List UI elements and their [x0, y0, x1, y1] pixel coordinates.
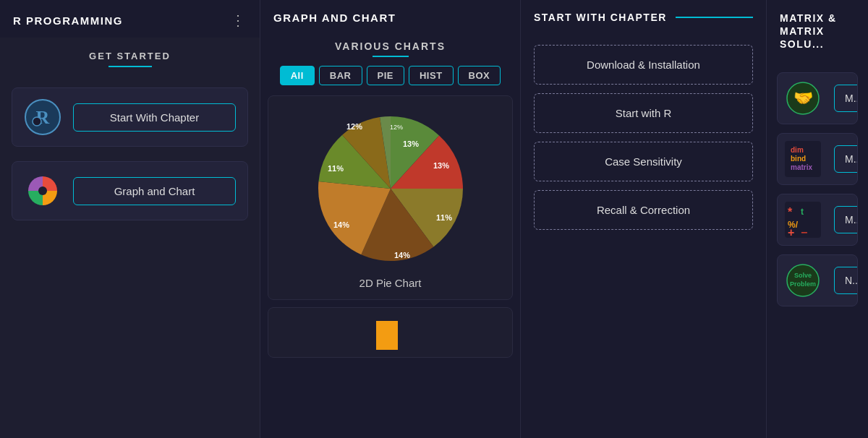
svg-rect-12: [376, 321, 398, 350]
svg-text:11%: 11%: [435, 213, 451, 222]
svg-text:*: *: [788, 206, 793, 218]
pie-chart-caption: 2D Pie Chart: [359, 277, 422, 289]
col3-header-underline: [676, 17, 753, 18]
svg-text:matrix: matrix: [791, 163, 812, 171]
svg-point-2: [33, 117, 41, 126]
svg-text:12%: 12%: [346, 122, 362, 131]
svg-text:t: t: [801, 207, 804, 217]
svg-text:13%: 13%: [433, 161, 448, 170]
col1-header: R PROGRAMMING ⋮: [0, 0, 260, 38]
graph-chart-button[interactable]: Graph and Chart: [73, 177, 236, 205]
filter-row: All BAR PIE HIST BOX: [280, 66, 501, 85]
svg-text:−: −: [801, 226, 807, 238]
start-r-button[interactable]: Start with R: [534, 93, 753, 133]
handshake-svg: 🤝: [785, 80, 821, 116]
filter-pie[interactable]: PIE: [367, 66, 404, 85]
r-logo-svg: R: [24, 98, 61, 136]
matrix-btn-1[interactable]: M...: [834, 85, 858, 112]
start-chapter-button[interactable]: Start With Chapter: [73, 103, 236, 132]
chart-section: VARIOUS CHARTS All BAR PIE HIST BOX 13% …: [260, 33, 520, 438]
pie-icon-svg: [25, 173, 60, 208]
dim-bind-svg: dim bind matrix: [785, 141, 821, 177]
section-underline: [109, 66, 152, 67]
svg-text:14%: 14%: [333, 220, 349, 229]
svg-text:13%: 13%: [402, 139, 418, 148]
matrix-items-list: 🤝 M... dim bind matrix M... *: [767, 59, 868, 306]
solve-svg: Solve Problem: [785, 262, 821, 299]
pie-chart-svg: 13% 13% 11% 14% 14% 11% 12%: [297, 109, 485, 268]
col2-title: GRAPH AND CHART: [273, 12, 396, 24]
column-r-programming: R PROGRAMMING ⋮ GET STARTED R Start With…: [0, 0, 260, 438]
col4-header: MATRIX & MATRIX SOLU...: [767, 0, 868, 59]
matrix-item-4[interactable]: Solve Problem N...: [777, 254, 858, 306]
filter-all[interactable]: All: [280, 66, 315, 85]
svg-point-3: [38, 186, 47, 195]
more-options-button[interactable]: ⋮: [231, 12, 247, 29]
svg-text:🤝: 🤝: [793, 88, 814, 108]
operators-icon: * t %/ + −: [778, 194, 828, 245]
col3-header: START WITH CHAPTER: [521, 0, 766, 32]
column-matrix: MATRIX & MATRIX SOLU... 🤝 M... dim bind …: [767, 0, 868, 438]
matrix-btn-2[interactable]: M...: [834, 145, 858, 173]
column-graph-chart: GRAPH AND CHART VARIOUS CHARTS All BAR P…: [260, 0, 521, 438]
handshake-icon: 🤝: [778, 73, 828, 124]
case-sensitivity-button[interactable]: Case Sensitivity: [534, 142, 753, 181]
solve-problem-icon: Solve Problem: [778, 255, 828, 306]
download-install-button[interactable]: Download & Installation: [534, 45, 753, 85]
chart-underline: [373, 56, 409, 57]
col2-header: GRAPH AND CHART: [260, 0, 520, 33]
svg-text:+: +: [788, 226, 794, 238]
filter-box[interactable]: BOX: [458, 66, 501, 85]
r-logo-icon: R: [24, 98, 61, 136]
matrix-item-2[interactable]: dim bind matrix M...: [777, 133, 858, 185]
matrix-item-1[interactable]: 🤝 M...: [777, 72, 858, 124]
pie-chart-container: 13% 13% 11% 14% 14% 11% 12%: [268, 95, 513, 300]
bar-chart-svg: [318, 321, 463, 350]
filter-bar[interactable]: BAR: [319, 66, 362, 85]
matrix-btn-4[interactable]: N...: [834, 267, 858, 294]
col4-title: MATRIX & MATRIX SOLU...: [780, 12, 837, 50]
matrix-btn-3[interactable]: M...: [834, 206, 858, 233]
start-chapter-item[interactable]: R Start With Chapter: [12, 87, 248, 147]
column-start-with-chapter: START WITH CHAPTER Download & Installati…: [521, 0, 767, 438]
filter-hist[interactable]: HIST: [409, 66, 454, 85]
graph-chart-item[interactable]: Graph and Chart: [12, 161, 248, 220]
bar-chart-container: [268, 307, 513, 358]
svg-text:Solve: Solve: [794, 272, 812, 279]
svg-text:12%: 12%: [389, 124, 402, 131]
svg-text:bind: bind: [791, 155, 806, 163]
recall-correction-button[interactable]: Recall & Correction: [534, 190, 753, 230]
operators-svg: * t %/ + −: [785, 202, 821, 238]
dim-bind-icon: dim bind matrix: [778, 134, 828, 184]
svg-text:dim: dim: [791, 146, 804, 154]
col1-title: R PROGRAMMING: [13, 14, 123, 27]
pie-chart-icon: [24, 172, 61, 210]
swc-items-list: Download & Installation Start with R Cas…: [521, 32, 766, 230]
svg-text:14%: 14%: [393, 251, 409, 259]
get-started-label: GET STARTED: [0, 38, 260, 66]
svg-text:11%: 11%: [327, 164, 343, 173]
matrix-item-3[interactable]: * t %/ + − M...: [777, 194, 858, 246]
svg-text:Problem: Problem: [790, 280, 816, 288]
chart-section-title: VARIOUS CHARTS: [335, 33, 446, 52]
col3-title: START WITH CHAPTER: [534, 12, 667, 23]
